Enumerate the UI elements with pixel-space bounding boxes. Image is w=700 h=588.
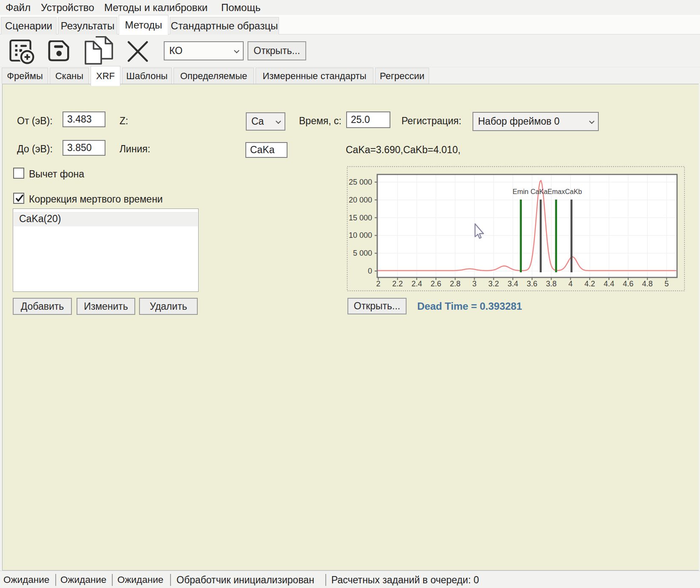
svg-text:CaKaEmaxCaKb: CaKaEmaxCaKb [531,188,582,195]
svg-text:2.2: 2.2 [392,280,403,288]
svg-text:3: 3 [472,280,476,288]
svg-text:2.6: 2.6 [431,280,441,288]
svg-text:20 000: 20 000 [349,196,372,204]
svg-text:Emin: Emin [512,188,529,195]
svg-text:4.8: 4.8 [642,280,653,288]
svg-text:10 000: 10 000 [349,231,372,240]
svg-text:5: 5 [664,280,669,288]
svg-text:4.4: 4.4 [603,280,614,288]
svg-text:2: 2 [376,280,380,288]
svg-text:0: 0 [368,267,372,275]
svg-text:25 000: 25 000 [349,178,372,186]
svg-text:2.8: 2.8 [450,280,461,288]
svg-text:4: 4 [568,280,572,288]
svg-text:2.4: 2.4 [411,280,422,288]
svg-text:4.6: 4.6 [623,280,634,288]
svg-text:3.6: 3.6 [527,280,538,288]
svg-text:15 000: 15 000 [349,214,372,222]
svg-text:4.2: 4.2 [584,280,595,288]
svg-text:3.4: 3.4 [507,280,518,288]
svg-text:5 000: 5 000 [353,249,372,257]
svg-text:3.2: 3.2 [488,280,499,288]
svg-text:3.8: 3.8 [546,280,557,288]
